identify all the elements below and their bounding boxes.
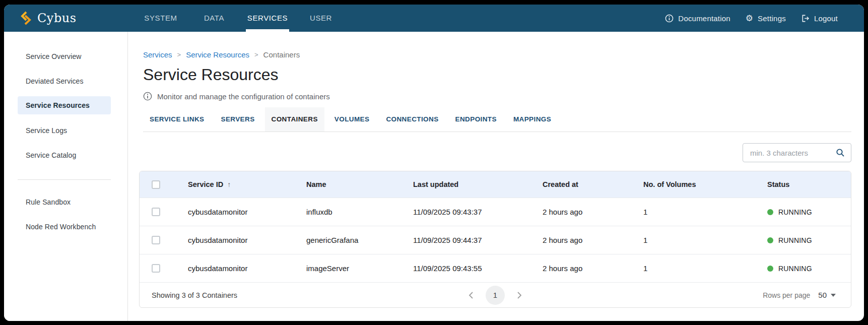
info-icon	[143, 92, 152, 101]
chevron-down-icon[interactable]	[831, 294, 836, 297]
sort-asc-arrow-icon[interactable]: ↑	[227, 180, 231, 188]
sidebar-divider	[18, 179, 111, 180]
brand-name: Cybus	[37, 11, 77, 25]
cell-status: RUNNING	[767, 208, 851, 216]
column-header-volumes[interactable]: No. of Volumes	[643, 180, 696, 188]
info-icon	[665, 14, 674, 23]
cell-name: imageServer	[306, 264, 413, 273]
cybus-logo-icon	[19, 11, 33, 26]
page-subtitle-text: Monitor and manage the configuration of …	[157, 92, 330, 101]
navbar-actions: Documentation ⚙ Settings Logout	[665, 14, 864, 23]
status-running-dot	[767, 237, 773, 243]
settings-button[interactable]: ⚙ Settings	[746, 14, 786, 23]
next-page-button[interactable]	[515, 289, 524, 301]
sidebar-item-service-resources[interactable]: Service Resources	[18, 96, 111, 114]
chevron-right-icon	[517, 291, 522, 299]
row-checkbox[interactable]	[152, 208, 160, 216]
breadcrumb-separator-icon: >	[254, 51, 258, 58]
nav-item-system[interactable]: SYSTEM	[134, 5, 187, 32]
breadcrumb-current: Containers	[263, 50, 300, 59]
column-header-status[interactable]: Status	[767, 180, 789, 188]
page-number-button[interactable]: 1	[486, 286, 505, 305]
table-row[interactable]: cybusdatamonitor genericGrafana 11/09/20…	[140, 226, 851, 254]
pagination: 1	[466, 286, 524, 305]
logout-icon	[801, 14, 810, 23]
page-title: Service Resources	[143, 66, 851, 84]
tab-containers[interactable]: CONTAINERS	[265, 107, 324, 132]
gear-icon: ⚙	[746, 14, 753, 23]
status-running-dot	[767, 209, 773, 215]
sidebar-item-deviated-services[interactable]: Deviated Services	[4, 69, 127, 93]
cell-service-id: cybusdatamonitor	[188, 264, 306, 273]
breadcrumb-separator-icon: >	[177, 51, 181, 58]
breadcrumb: Services > Service Resources > Container…	[143, 50, 851, 59]
nav-item-user[interactable]: USER	[294, 5, 348, 32]
sidebar-item-service-catalog[interactable]: Service Catalog	[4, 143, 127, 167]
cell-last-updated: 11/09/2025 09:44:37	[413, 236, 543, 244]
page-subtitle: Monitor and manage the configuration of …	[143, 92, 851, 101]
cell-last-updated: 11/09/2025 09:43:37	[413, 208, 543, 216]
status-label: RUNNING	[778, 236, 812, 244]
documentation-button[interactable]: Documentation	[665, 14, 730, 23]
nav-item-services-label: SERVICES	[247, 14, 288, 22]
tab-servers[interactable]: SERVERS	[214, 107, 261, 132]
column-header-created-at[interactable]: Created at	[543, 180, 578, 188]
cell-service-id: cybusdatamonitor	[188, 208, 306, 216]
containers-table: Service ID ↑ Name Last updated Created a…	[139, 171, 851, 308]
status-label: RUNNING	[778, 265, 812, 273]
cell-name: genericGrafana	[306, 236, 413, 244]
table-header-row: Service ID ↑ Name Last updated Created a…	[140, 171, 851, 198]
select-all-checkbox[interactable]	[152, 180, 160, 189]
status-label: RUNNING	[778, 208, 812, 216]
previous-page-button[interactable]	[466, 289, 476, 301]
main-content: Services > Service Resources > Container…	[128, 32, 864, 321]
nav-item-services[interactable]: SERVICES	[241, 5, 294, 32]
app-window: Cybus SYSTEM DATA SERVICES USER Document…	[4, 5, 864, 321]
sidebar-item-service-overview[interactable]: Service Overview	[4, 44, 127, 69]
main-nav: SYSTEM DATA SERVICES USER	[134, 5, 348, 32]
status-running-dot	[767, 266, 773, 272]
breadcrumb-service-resources[interactable]: Service Resources	[186, 50, 249, 59]
cell-volumes: 1	[643, 208, 767, 216]
cell-service-id: cybusdatamonitor	[188, 236, 306, 244]
brand-logo[interactable]: Cybus	[19, 11, 77, 26]
search-box	[743, 143, 851, 162]
column-header-service-id[interactable]: Service ID	[188, 180, 223, 188]
row-checkbox[interactable]	[152, 264, 160, 273]
cell-name: influxdb	[306, 208, 413, 216]
tab-connections[interactable]: CONNECTIONS	[379, 107, 445, 132]
logout-button[interactable]: Logout	[801, 14, 838, 23]
tab-service-links[interactable]: SERVICE LINKS	[143, 107, 211, 132]
resource-tabs: SERVICE LINKS SERVERS CONTAINERS VOLUMES…	[143, 107, 851, 132]
rows-per-page-value[interactable]: 50	[818, 291, 827, 299]
documentation-label: Documentation	[678, 14, 730, 23]
settings-label: Settings	[758, 14, 786, 23]
top-navbar: Cybus SYSTEM DATA SERVICES USER Document…	[4, 5, 864, 32]
search-input[interactable]	[743, 149, 836, 157]
tab-endpoints[interactable]: ENDPOINTS	[449, 107, 503, 132]
table-row[interactable]: cybusdatamonitor influxdb 11/09/2025 09:…	[140, 198, 851, 226]
nav-item-data[interactable]: DATA	[187, 5, 241, 32]
chevron-left-icon	[469, 291, 474, 299]
cell-created-at: 2 hours ago	[543, 264, 643, 273]
column-header-name[interactable]: Name	[306, 180, 326, 188]
table-footer: Showing 3 of 3 Containers 1	[140, 282, 851, 307]
row-checkbox[interactable]	[152, 236, 160, 244]
cell-created-at: 2 hours ago	[543, 208, 643, 216]
cell-last-updated: 11/09/2025 09:43:55	[413, 264, 543, 273]
sidebar-item-service-logs[interactable]: Service Logs	[4, 118, 127, 143]
search-icon[interactable]	[836, 148, 845, 157]
breadcrumb-services[interactable]: Services	[143, 50, 172, 59]
results-summary: Showing 3 of 3 Containers	[152, 291, 237, 299]
tab-mappings[interactable]: MAPPINGS	[507, 107, 558, 132]
rows-per-page-label: Rows per page	[763, 291, 810, 299]
column-header-last-updated[interactable]: Last updated	[413, 180, 458, 188]
sidebar-item-node-red-workbench[interactable]: Node Red Workbench	[4, 214, 127, 239]
table-row[interactable]: cybusdatamonitor imageServer 11/09/2025 …	[140, 254, 851, 282]
sidebar-item-rule-sandbox[interactable]: Rule Sandbox	[4, 189, 127, 214]
cell-status: RUNNING	[767, 265, 851, 273]
rows-per-page: Rows per page 50	[763, 291, 851, 299]
logout-label: Logout	[814, 14, 838, 23]
tab-volumes[interactable]: VOLUMES	[328, 107, 376, 132]
search-row	[139, 132, 851, 171]
